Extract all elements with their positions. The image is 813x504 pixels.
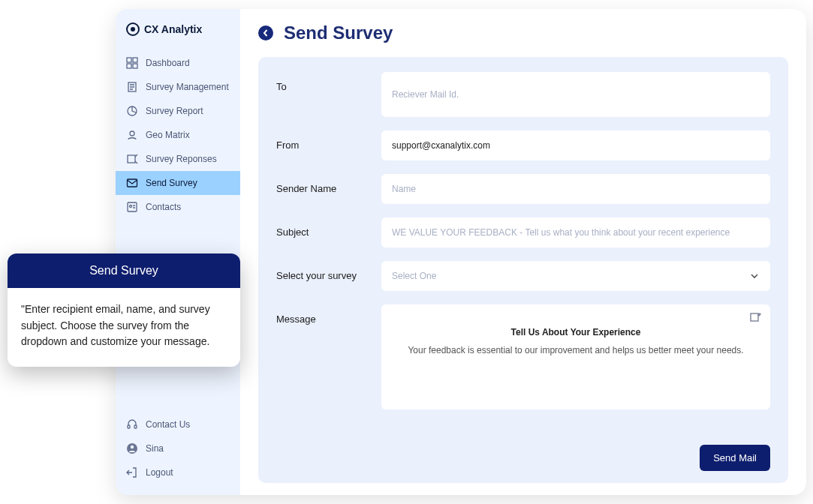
sidebar-item-contact-us[interactable]: Contact Us [116, 412, 240, 436]
sidebar: CX Analytix Dashboard Survey Management … [116, 9, 240, 495]
svg-rect-2 [127, 64, 131, 68]
sidebar-item-contacts[interactable]: Contacts [116, 195, 240, 219]
form-row-subject: Subject [276, 218, 770, 248]
message-label: Message [276, 304, 366, 325]
logout-icon [126, 466, 138, 478]
main-content: Send Survey To From Sender Name Subject … [240, 9, 806, 495]
to-label: To [276, 72, 366, 92]
to-input[interactable] [381, 72, 770, 117]
form-row-from: From [276, 130, 770, 160]
sidebar-item-dashboard[interactable]: Dashboard [116, 51, 240, 75]
callout-card: Send Survey "Enter recipient email, name… [8, 254, 240, 367]
svg-rect-11 [128, 179, 137, 187]
location-icon [126, 129, 138, 141]
sidebar-item-label: Logout [146, 467, 173, 478]
sidebar-item-user[interactable]: Sina [116, 436, 240, 460]
sender-label: Sender Name [276, 174, 366, 194]
svg-rect-15 [134, 425, 137, 428]
sidebar-item-label: Contacts [146, 202, 181, 212]
survey-select-placeholder: Select One [392, 271, 436, 281]
pie-chart-icon [126, 105, 138, 117]
survey-select[interactable]: Select One [381, 261, 770, 291]
svg-rect-10 [128, 155, 135, 163]
message-body: Your feedback is essential to our improv… [408, 345, 743, 356]
form-row-to: To [276, 72, 770, 117]
page-title: Send Survey [284, 22, 393, 44]
clipboard-icon [126, 81, 138, 93]
sender-name-input[interactable] [381, 174, 770, 204]
sidebar-item-label: Survey Reponses [146, 154, 217, 164]
callout-title: Send Survey [8, 254, 240, 288]
sidebar-item-survey-responses[interactable]: Survey Reponses [116, 147, 240, 171]
brand-name: CX Analytix [144, 23, 202, 35]
sidebar-item-survey-report[interactable]: Survey Report [116, 99, 240, 123]
brand: CX Analytix [116, 22, 240, 51]
user-avatar-icon [126, 442, 138, 454]
svg-point-17 [131, 446, 134, 448]
app-window: CX Analytix Dashboard Survey Management … [116, 9, 806, 495]
form-row-survey: Select your survey Select One [276, 261, 770, 291]
sidebar-item-label: Geo Matrix [146, 130, 190, 140]
back-button[interactable] [258, 26, 273, 40]
subject-input[interactable] [381, 218, 770, 248]
form-row-message: Message Tell Us About Your Experience Yo… [276, 304, 770, 424]
responses-icon [126, 153, 138, 165]
survey-label: Select your survey [276, 261, 366, 281]
svg-point-9 [130, 131, 134, 136]
from-input[interactable] [381, 130, 770, 160]
svg-rect-0 [127, 58, 131, 62]
chevron-down-icon [749, 271, 760, 281]
brand-logo-icon [126, 22, 140, 36]
page-header: Send Survey [258, 22, 788, 44]
sidebar-item-label: Send Survey [146, 178, 197, 188]
form-row-sender: Sender Name [276, 174, 770, 204]
edit-icon[interactable] [749, 312, 761, 324]
sidebar-item-label: Contact Us [146, 419, 190, 430]
sidebar-item-survey-management[interactable]: Survey Management [116, 75, 240, 99]
message-title: Tell Us About Your Experience [511, 327, 641, 338]
from-label: From [276, 130, 366, 151]
send-mail-button[interactable]: Send Mail [700, 445, 770, 471]
sidebar-item-label: Sina [146, 443, 164, 454]
sidebar-item-logout[interactable]: Logout [116, 460, 240, 484]
sidebar-item-label: Dashboard [146, 58, 190, 68]
contacts-icon [126, 201, 138, 213]
svg-point-13 [130, 206, 132, 208]
mail-icon [126, 177, 138, 189]
headset-icon [126, 418, 138, 430]
svg-rect-1 [133, 58, 137, 62]
callout-body: "Enter recipient email, name, and survey… [8, 288, 240, 367]
svg-rect-14 [128, 425, 130, 428]
subject-label: Subject [276, 218, 366, 238]
svg-rect-18 [751, 314, 758, 321]
sidebar-bottom: Contact Us Sina Logout [116, 405, 240, 484]
form-panel: To From Sender Name Subject Select your … [258, 57, 788, 483]
sidebar-item-geo-matrix[interactable]: Geo Matrix [116, 123, 240, 147]
message-editor[interactable]: Tell Us About Your Experience Your feedb… [381, 304, 770, 410]
chevron-left-icon [262, 29, 269, 37]
sidebar-item-label: Survey Management [146, 82, 229, 92]
svg-rect-3 [133, 64, 137, 68]
dashboard-icon [126, 57, 138, 69]
sidebar-item-label: Survey Report [146, 106, 203, 116]
sidebar-item-send-survey[interactable]: Send Survey [116, 171, 240, 195]
svg-rect-12 [128, 202, 137, 212]
